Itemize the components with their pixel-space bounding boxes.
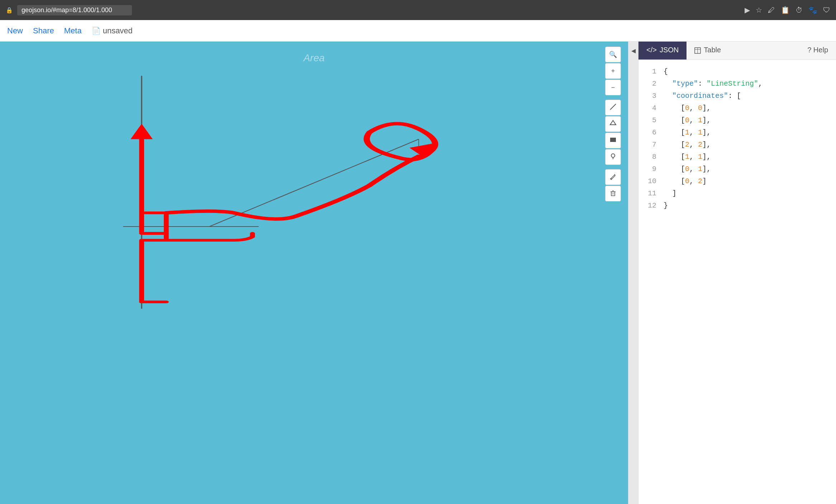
- app-container: New Share Meta 📄 unsaved Area: [0, 20, 836, 504]
- code-line-9: 9 [0, 1],: [646, 163, 829, 175]
- code-line-2: 2 "type": "LineString",: [646, 78, 829, 90]
- panel-toggle-button[interactable]: ◀: [628, 42, 638, 504]
- line-number: 6: [646, 127, 656, 139]
- svg-marker-4: [130, 124, 153, 139]
- edit-button[interactable]: [605, 169, 621, 185]
- draw-rect-icon: [609, 136, 617, 145]
- code-line-10: 10 [0, 2]: [646, 175, 829, 187]
- code-content: [1, 1],: [664, 151, 711, 163]
- search-button[interactable]: 🔍: [605, 47, 621, 62]
- code-content: }: [664, 200, 668, 212]
- code-content: ]: [664, 187, 676, 200]
- code-content: [0, 1],: [664, 114, 711, 127]
- line-number: 9: [646, 163, 656, 175]
- table-tab-icon: [694, 46, 701, 54]
- line-number: 7: [646, 139, 656, 151]
- code-line-4: 4 [0, 0],: [646, 102, 829, 114]
- browser-chrome: 🔒 geojson.io/#map=8/1.000/1.000 ▶ ☆ 🖊 📋 …: [0, 0, 836, 20]
- draw-polygon-icon: [609, 120, 617, 129]
- json-tab-icon: </>: [646, 46, 657, 54]
- browser-actions: ▶ ☆ 🖊 📋 ⏱ 🐾 🛡: [745, 6, 830, 14]
- search-icon: 🔍: [609, 51, 617, 58]
- edit-icon: [609, 173, 617, 182]
- svg-point-9: [611, 154, 615, 157]
- delete-icon: [609, 189, 617, 198]
- draw-line-icon: [609, 103, 617, 112]
- code-content: [0, 2]: [664, 175, 707, 187]
- nav-meta-button[interactable]: Meta: [64, 26, 82, 35]
- extension-icon-1[interactable]: 🖊: [768, 6, 775, 14]
- panel-toggle-arrow-icon: ◀: [631, 47, 636, 54]
- code-editor[interactable]: 1 { 2 "type": "LineString", 3: [638, 60, 836, 504]
- extension-icon-5[interactable]: 🛡: [823, 6, 830, 14]
- document-icon: 📄: [92, 27, 101, 35]
- map-svg: [0, 42, 628, 504]
- tab-json[interactable]: </> JSON: [638, 42, 687, 60]
- line-number: 8: [646, 151, 656, 163]
- extension-icon-2[interactable]: 📋: [781, 6, 790, 14]
- zoom-in-button[interactable]: +: [605, 63, 621, 79]
- extension-icon-3[interactable]: ⏱: [795, 6, 803, 14]
- browser-url-bar[interactable]: geojson.io/#map=8/1.000/1.000: [17, 5, 132, 15]
- lock-icon: 🔒: [6, 7, 13, 14]
- map-toolbar: + −: [605, 63, 621, 201]
- panel-content: </> JSON Table: [638, 42, 836, 504]
- main-area: Area: [0, 42, 836, 504]
- draw-point-icon: [609, 153, 617, 162]
- code-content: {: [664, 66, 668, 78]
- draw-point-button[interactable]: [605, 149, 621, 165]
- svg-rect-12: [611, 192, 615, 196]
- line-number: 12: [646, 200, 656, 212]
- code-content: "type": "LineString",: [664, 78, 763, 90]
- line-number: 4: [646, 102, 656, 114]
- line-number: 10: [646, 175, 656, 187]
- code-content: [1, 1],: [664, 127, 711, 139]
- tab-table[interactable]: Table: [687, 42, 729, 60]
- code-content: [0, 1],: [664, 163, 711, 175]
- zoom-out-icon: −: [611, 84, 615, 91]
- delete-button[interactable]: [605, 186, 621, 201]
- code-line-6: 6 [1, 1],: [646, 127, 829, 139]
- line-number: 11: [646, 187, 656, 200]
- panel-tabs: </> JSON Table: [638, 42, 836, 60]
- svg-line-6: [610, 104, 616, 110]
- map-area[interactable]: Area: [0, 42, 628, 504]
- svg-rect-11: [610, 179, 612, 179]
- map-search-container: 🔍: [605, 47, 621, 65]
- code-line-1: 1 {: [646, 66, 829, 78]
- play-icon[interactable]: ▶: [745, 6, 750, 14]
- code-line-12: 12 }: [646, 200, 829, 212]
- json-tab-label: JSON: [660, 46, 679, 54]
- extension-icon-4[interactable]: 🐾: [808, 6, 817, 14]
- code-line-8: 8 [1, 1],: [646, 151, 829, 163]
- draw-line-button[interactable]: [605, 100, 621, 115]
- code-line-11: 11 ]: [646, 187, 829, 200]
- nav-new-button[interactable]: New: [7, 26, 23, 35]
- nav-unsaved-indicator: 📄 unsaved: [92, 26, 133, 35]
- draw-rect-button[interactable]: [605, 133, 621, 148]
- star-icon[interactable]: ☆: [756, 6, 762, 14]
- line-number: 2: [646, 78, 656, 90]
- line-number: 5: [646, 114, 656, 127]
- right-panel: ◀ </> JSON: [628, 42, 836, 504]
- help-tab-label: ? Help: [807, 46, 828, 54]
- nav-share-button[interactable]: Share: [33, 26, 54, 35]
- zoom-out-button[interactable]: −: [605, 80, 621, 95]
- top-nav: New Share Meta 📄 unsaved: [0, 20, 836, 42]
- tab-help[interactable]: ? Help: [799, 42, 836, 60]
- table-tab-label: Table: [704, 46, 721, 54]
- line-number: 1: [646, 66, 656, 78]
- code-content: [0, 0],: [664, 102, 711, 114]
- code-content: [2, 2],: [664, 139, 711, 151]
- code-line-3: 3 "coordinates": [: [646, 90, 829, 102]
- unsaved-label: unsaved: [103, 26, 133, 35]
- zoom-in-icon: +: [611, 67, 615, 75]
- line-number: 3: [646, 90, 656, 102]
- code-line-5: 5 [0, 1],: [646, 114, 829, 127]
- svg-marker-7: [610, 120, 616, 125]
- svg-rect-8: [610, 138, 616, 142]
- code-content: "coordinates": [: [664, 90, 741, 102]
- code-line-7: 7 [2, 2],: [646, 139, 829, 151]
- draw-polygon-button[interactable]: [605, 116, 621, 132]
